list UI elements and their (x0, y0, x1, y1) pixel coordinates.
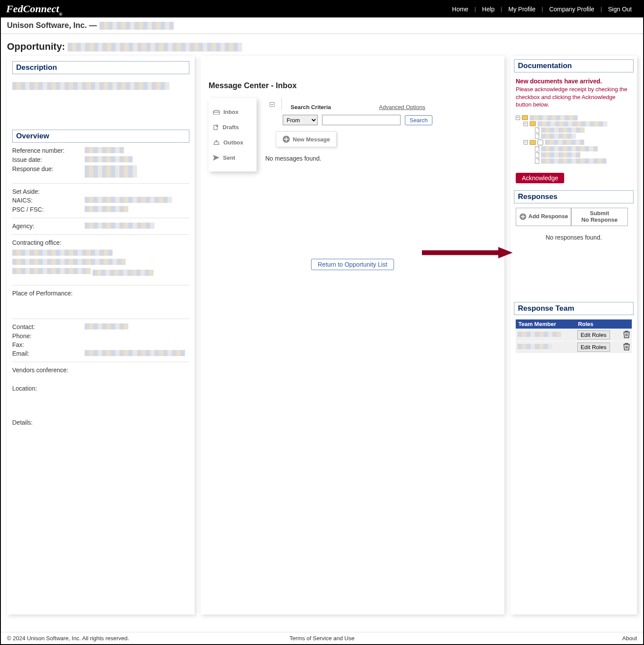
edit-roles-button[interactable]: Edit Roles (577, 343, 610, 352)
nav-my-profile[interactable]: My Profile (502, 6, 541, 13)
left-column: Description Overview Reference number: I… (7, 56, 195, 614)
description-redacted (12, 82, 169, 90)
acknowledge-button[interactable]: Acknowledge (516, 173, 564, 183)
folder-icon (522, 115, 528, 120)
response-team-panel-title: Response Team (514, 302, 634, 315)
document-icon (535, 146, 539, 151)
label-refnum: Reference number: (12, 147, 82, 154)
inbox-tab[interactable]: Inbox (213, 104, 252, 120)
doc-alert: New documents have arrived. (516, 78, 632, 85)
search-button[interactable]: Search (405, 115, 432, 125)
label-phone: Phone: (12, 333, 82, 340)
label-email: Email: (12, 350, 82, 357)
folder-icon (530, 140, 536, 145)
collapse-toggle[interactable]: − (270, 102, 274, 107)
top-bar: FedConnect® Home| Help| My Profile| Comp… (1, 1, 643, 17)
documentation-panel-title: Documentation (514, 59, 634, 72)
label-responsedue: Response due: (12, 165, 82, 172)
nav-company-profile[interactable]: Company Profile (543, 6, 601, 13)
message-center-title: Message Center - Inbox (209, 81, 497, 90)
top-nav: Home| Help| My Profile| Company Profile|… (446, 6, 638, 13)
search-criteria-label: Search Criteria (291, 104, 331, 110)
document-tree: − − − (516, 115, 632, 164)
page-title: Opportunity: (1, 34, 643, 56)
tree-collapse-icon[interactable]: − (516, 116, 520, 120)
submit-no-response-button[interactable]: SubmitNo Response (571, 208, 628, 226)
delete-icon[interactable] (623, 333, 630, 340)
company-name: Unison Software, Inc. — (7, 21, 97, 30)
response-team-table: Team Member Roles Edit Roles Edit Roles (516, 319, 632, 353)
label-location: Location: (12, 385, 82, 392)
team-header-roles: Roles (575, 319, 621, 329)
label-pscfsc: PSC / FSC: (12, 206, 82, 213)
doc-instructions: Please acknowledge receipt by checking t… (516, 86, 632, 109)
tree-collapse-icon[interactable]: − (524, 140, 528, 144)
delete-icon[interactable] (623, 345, 630, 352)
company-redacted (99, 22, 174, 30)
opportunity-name-redacted (68, 43, 242, 51)
document-icon (535, 152, 539, 158)
middle-column: Message Center - Inbox Inbox Drafts Outb… (201, 56, 504, 614)
label-naics: NAICS: (12, 197, 82, 204)
terms-link[interactable]: Terms of Service and Use (290, 635, 355, 642)
outbox-tab[interactable]: Outbox (213, 135, 252, 150)
footer: © 2024 Unison Software, Inc. All rights … (1, 632, 643, 644)
doc-checkbox[interactable] (538, 140, 543, 145)
message-sidebar: Inbox Drafts Outbox Sent (209, 98, 257, 172)
edit-roles-button[interactable]: Edit Roles (577, 330, 610, 340)
no-responses-text: No responses found. (514, 234, 634, 241)
folder-icon (530, 121, 536, 126)
nav-sign-out[interactable]: Sign Out (602, 6, 638, 13)
return-to-opportunity-list-button[interactable]: Return to Opportunity List (311, 259, 394, 270)
sent-tab[interactable]: Sent (213, 150, 252, 165)
brand-logo: FedConnect® (6, 3, 62, 16)
label-agency: Agency: (12, 223, 82, 230)
label-contact: Contact: (12, 323, 82, 330)
description-panel-title: Description (12, 61, 189, 74)
team-row: Edit Roles (516, 341, 632, 353)
search-input[interactable] (322, 115, 401, 125)
document-icon (535, 127, 539, 133)
label-vendors: Vendors conference: (12, 367, 68, 374)
add-response-button[interactable]: Add Response (516, 208, 571, 226)
team-row: Edit Roles (516, 329, 632, 341)
new-message-button[interactable]: New Message (276, 131, 336, 147)
plus-icon (282, 135, 290, 143)
responses-panel-title: Responses (514, 190, 634, 203)
label-place: Place of Performance: (12, 290, 73, 297)
no-messages-text: No messages found. (265, 155, 497, 162)
nav-help[interactable]: Help (476, 6, 501, 13)
label-details: Details: (12, 419, 82, 426)
about-link[interactable]: About (622, 635, 637, 642)
plus-icon (519, 213, 527, 221)
footer-copyright: © 2024 Unison Software, Inc. All rights … (7, 635, 129, 642)
search-field-select[interactable]: From (283, 115, 318, 125)
document-icon (535, 134, 539, 139)
team-header-member: Team Member (516, 319, 575, 329)
label-setaside: Set Aside: (12, 188, 82, 195)
company-subheader: Unison Software, Inc. — (1, 17, 643, 34)
label-fax: Fax: (12, 341, 82, 348)
right-column: Documentation New documents have arrived… (510, 56, 637, 614)
overview-panel-title: Overview (12, 130, 189, 143)
tree-collapse-icon[interactable]: − (524, 122, 528, 126)
document-icon (535, 158, 539, 164)
nav-home[interactable]: Home (446, 6, 474, 13)
label-issuedate: Issue date: (12, 156, 82, 163)
advanced-options-link[interactable]: Advanced Options (379, 104, 425, 110)
drafts-tab[interactable]: Drafts (213, 120, 252, 135)
label-contracting: Contracting office: (12, 239, 82, 246)
